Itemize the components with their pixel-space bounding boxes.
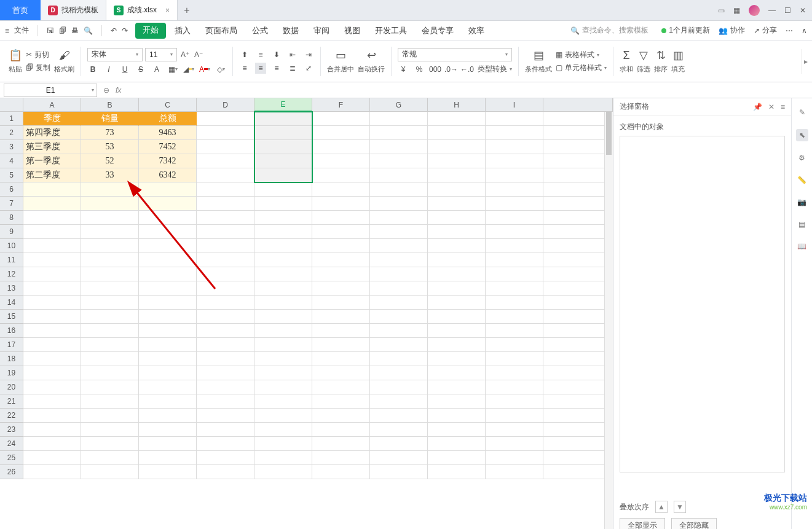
cell-C6[interactable] — [139, 182, 197, 197]
row-header-21[interactable]: 21 — [0, 394, 23, 409]
cell-C19[interactable] — [139, 366, 197, 380]
cell-A11[interactable] — [23, 253, 81, 267]
cell-F19[interactable] — [312, 366, 370, 380]
more-icon[interactable]: ⋯ — [786, 26, 793, 35]
cell-A8[interactable] — [23, 211, 81, 225]
cell-G2[interactable] — [370, 126, 428, 140]
cell-F24[interactable] — [312, 437, 370, 451]
cell-C5[interactable]: 6342 — [139, 168, 197, 182]
cell-B2[interactable]: 73 — [81, 126, 139, 140]
cell-A13[interactable] — [23, 281, 81, 296]
cell-H5[interactable] — [428, 168, 486, 182]
typography-icon[interactable]: A — [151, 64, 162, 75]
cell-E25[interactable] — [254, 451, 312, 465]
sort-button[interactable]: ⇅排序 — [654, 49, 668, 74]
cell-D15[interactable] — [197, 310, 254, 324]
orientation-icon[interactable]: ⤢ — [303, 63, 314, 74]
col-header-D[interactable]: D — [197, 98, 254, 112]
cell-E13[interactable] — [254, 281, 312, 296]
inc-decimal-icon[interactable]: .0→ — [446, 64, 457, 75]
row-header-23[interactable]: 23 — [0, 423, 23, 437]
cell-H2[interactable] — [428, 126, 486, 140]
row-header-4[interactable]: 4 — [0, 154, 23, 168]
cell-E21[interactable] — [254, 394, 312, 409]
cell-C10[interactable] — [139, 239, 197, 253]
cell-F7[interactable] — [312, 197, 370, 211]
cell-C7[interactable] — [139, 197, 197, 211]
align-center-icon[interactable]: ≡ — [255, 63, 266, 74]
cell-A6[interactable] — [23, 182, 81, 197]
close-window-icon[interactable]: ✕ — [800, 6, 806, 15]
apps-icon[interactable]: ▦ — [733, 6, 740, 15]
cell-G18[interactable] — [370, 352, 428, 366]
cell-D7[interactable] — [197, 197, 254, 211]
cell-C22[interactable] — [139, 409, 197, 423]
cell-C14[interactable] — [139, 296, 197, 310]
cell-F16[interactable] — [312, 324, 370, 338]
cell-H25[interactable] — [428, 451, 486, 465]
cell-I26[interactable] — [486, 465, 543, 479]
cell-I24[interactable] — [486, 437, 543, 451]
row-header-2[interactable]: 2 — [0, 126, 23, 140]
search-box[interactable]: 🔍 查找命令、搜索模板 — [566, 23, 653, 37]
cell-E11[interactable] — [254, 253, 312, 267]
cell-E18[interactable] — [254, 352, 312, 366]
cell-H14[interactable] — [428, 296, 486, 310]
cell-H18[interactable] — [428, 352, 486, 366]
cell-F3[interactable] — [312, 140, 370, 154]
cell-I6[interactable] — [486, 182, 543, 197]
cell-F1[interactable] — [312, 112, 370, 126]
objects-list[interactable] — [620, 136, 785, 472]
cell-A10[interactable] — [23, 239, 81, 253]
increase-font-icon[interactable]: A⁺ — [179, 49, 191, 60]
cell-I17[interactable] — [486, 338, 543, 352]
clear-format-icon[interactable]: ◇▾ — [215, 64, 226, 75]
cell-I1[interactable] — [486, 112, 543, 126]
cell-H12[interactable] — [428, 267, 486, 281]
col-header-E[interactable]: E — [254, 98, 312, 112]
cell-B16[interactable] — [81, 324, 139, 338]
cell-I18[interactable] — [486, 352, 543, 366]
cell-G5[interactable] — [370, 168, 428, 182]
menu-tab-formula[interactable]: 公式 — [246, 23, 274, 39]
cell-D19[interactable] — [197, 366, 254, 380]
cell-I3[interactable] — [486, 140, 543, 154]
close-tab-icon[interactable]: × — [165, 6, 170, 15]
cell-I13[interactable] — [486, 281, 543, 296]
row-header-11[interactable]: 11 — [0, 253, 23, 267]
cell-G9[interactable] — [370, 225, 428, 239]
cell-I14[interactable] — [486, 296, 543, 310]
cell-F22[interactable] — [312, 409, 370, 423]
cell-D24[interactable] — [197, 437, 254, 451]
cell-F26[interactable] — [312, 465, 370, 479]
cell-E3[interactable] — [254, 140, 312, 154]
underline-icon[interactable]: U — [119, 64, 130, 75]
cell-H19[interactable] — [428, 366, 486, 380]
strike-icon[interactable]: S — [135, 64, 146, 75]
copy-button[interactable]: 🗐 复制 — [26, 63, 50, 73]
cell-F5[interactable] — [312, 168, 370, 182]
formula-input[interactable] — [127, 84, 806, 96]
share-button[interactable]: ↗ 分享 — [754, 25, 777, 36]
menu-tab-view[interactable]: 视图 — [338, 23, 366, 39]
select-icon[interactable]: ⬉ — [796, 129, 808, 141]
cell-I11[interactable] — [486, 253, 543, 267]
col-header-B[interactable]: B — [81, 98, 139, 112]
hide-all-button[interactable]: 全部隐藏 — [671, 518, 717, 529]
cell-I10[interactable] — [486, 239, 543, 253]
cell-A22[interactable] — [23, 409, 81, 423]
cell-B22[interactable] — [81, 409, 139, 423]
row-header-25[interactable]: 25 — [0, 451, 23, 465]
cell-F14[interactable] — [312, 296, 370, 310]
cell-E20[interactable] — [254, 380, 312, 394]
cell-A19[interactable] — [23, 366, 81, 380]
cell-I2[interactable] — [486, 126, 543, 140]
close-panel-icon[interactable]: ✕ — [768, 103, 775, 111]
cell-C24[interactable] — [139, 437, 197, 451]
cell-I20[interactable] — [486, 380, 543, 394]
cell-E16[interactable] — [254, 324, 312, 338]
bold-icon[interactable]: B — [87, 64, 98, 75]
cell-E26[interactable] — [254, 465, 312, 479]
row-header-5[interactable]: 5 — [0, 168, 23, 182]
fill-color-icon[interactable]: ◢▾ — [183, 64, 194, 75]
